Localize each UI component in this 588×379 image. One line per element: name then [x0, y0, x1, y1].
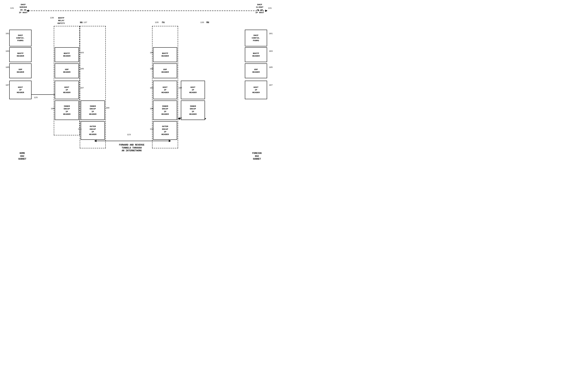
fa-label: FA: [159, 21, 167, 24]
ref-107a: 107: [6, 84, 9, 86]
ref-101a: 101: [6, 32, 9, 35]
dhcp-client-label: DHCP CLIENT IN AN IP HOST: [249, 3, 271, 14]
bootp-header-fa: BOOTP HEADER: [153, 47, 177, 62]
udp-header-left: UDP HEADER: [9, 63, 32, 78]
ref-109c: 109: [150, 108, 154, 110]
mh-label: MH: [204, 21, 211, 24]
bootp-header-left: BOOTP HEADER: [9, 47, 32, 62]
ref-107c: 107: [150, 87, 154, 89]
outer-encap-fa: OUTER ENCAP IP HEADER: [153, 121, 177, 140]
inner-encap-mh: INNER ENCAP IP HEADER: [181, 100, 205, 120]
foreign-subnet-label: FOREIGN 802 SUBNET: [245, 152, 269, 161]
ref-123: 123: [127, 133, 131, 136]
ref-109a: 109: [51, 108, 55, 110]
udp-header-ha: UDP HEADER: [55, 63, 79, 78]
outer-encap-ha: OUTER ENCAP IP HEADER: [81, 121, 105, 140]
ref-105d: 105: [269, 66, 273, 68]
bootp-relay-label: BOOTP RELAY ENTITY: [52, 17, 70, 25]
ref-125: 125: [34, 96, 38, 99]
ref-103a: 103: [6, 50, 9, 52]
ref-109b: 109: [106, 107, 110, 109]
ref-103c: 103: [150, 51, 154, 54]
dhcp-config-left: DHCP CONFIG. PARMS: [9, 30, 32, 46]
ha-label: HA: [78, 21, 85, 24]
ref-133: 133: [200, 21, 204, 24]
inner-encap-ha2: INNER ENCAP IP HEADER: [81, 100, 105, 120]
udp-header-fa: UDP HEADER: [153, 63, 177, 78]
udp-header-right: UDP HEADER: [245, 63, 267, 78]
ref-111b: 111: [150, 128, 154, 130]
ref-105a: 105: [6, 66, 9, 68]
ref-111a: 111: [78, 128, 82, 130]
bootp-header-ha: BOOTP HEADER: [55, 47, 79, 62]
diagram: 141 DHCP SERVER IN AN IP HOST 131 DHCP C…: [0, 0, 294, 190]
host-ip-fa: HOST IP HEADER: [153, 81, 177, 99]
ref-121: 121: [178, 117, 182, 119]
host-ip-left: HOST IP HEADER: [9, 81, 32, 99]
host-ip-ha: HOST IP HEADER: [55, 81, 79, 99]
tunnel-label: FORWARD AND REVERSE TUNNELS THROUGH AN I…: [109, 144, 155, 152]
home-subnet-label: HOME 802 SUBNET: [11, 152, 33, 161]
inner-encap-ha: INNER ENCAP IP HEADER: [55, 100, 79, 120]
ref-107e: 107: [269, 84, 273, 86]
ref-107d: 107: [178, 87, 182, 89]
dhcp-server-label: DHCP SERVER IN AN IP HOST: [12, 3, 34, 14]
ref-103d: 103: [269, 50, 273, 52]
ref-135: 135: [155, 21, 159, 24]
host-ip-right: HOST IP HEADER: [245, 81, 267, 99]
bootp-header-right: BOOTP HEADER: [245, 47, 267, 62]
host-ip-mh: HOST IP HEADER: [181, 81, 205, 99]
inner-encap-fa: INNER ENCAP IP HEADER: [153, 100, 177, 120]
ref-101b: 101: [269, 32, 273, 35]
ref-105c: 105: [150, 68, 154, 70]
dhcp-config-right: DHCP CONFIG. PARMS: [245, 30, 267, 46]
